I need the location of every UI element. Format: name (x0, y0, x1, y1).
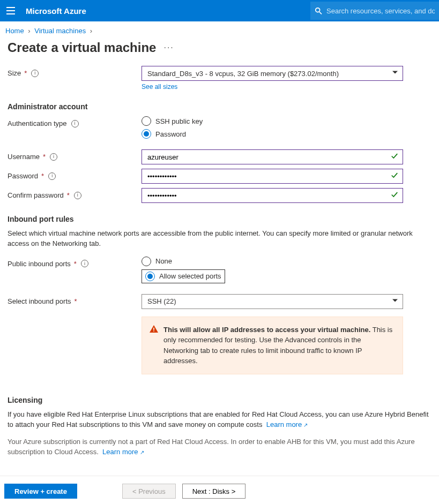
info-icon[interactable]: i (50, 153, 57, 161)
required-indicator: * (43, 153, 46, 161)
info-icon[interactable]: i (71, 120, 79, 127)
licensing-para1: If you have eligible Red Hat Enterprise … (8, 410, 431, 430)
breadcrumb-home[interactable]: Home (5, 27, 24, 35)
svg-rect-1 (6, 10, 15, 11)
size-label: Size (8, 69, 21, 77)
confirm-password-field-wrapper (142, 188, 403, 203)
page-more-button[interactable]: ··· (163, 43, 174, 52)
auth-type-ssh-radio[interactable]: SSH public key (142, 116, 403, 126)
auth-type-password-label: Password (155, 130, 186, 138)
breadcrumb-virtual-machines[interactable]: Virtual machines (34, 27, 86, 35)
inbound-ports-allow-label: Allow selected ports (159, 272, 221, 280)
search-input[interactable] (326, 7, 435, 15)
info-icon[interactable]: i (31, 70, 39, 77)
inbound-ports-allow-radio[interactable]: Allow selected ports (142, 269, 225, 283)
hamburger-menu-button[interactable] (0, 0, 21, 21)
svg-rect-2 (6, 13, 15, 14)
info-icon[interactable]: i (48, 172, 56, 180)
username-input[interactable] (147, 150, 386, 164)
hamburger-icon (6, 7, 15, 14)
radio-icon (142, 116, 151, 126)
required-indicator: * (41, 172, 44, 180)
required-indicator: * (24, 69, 27, 77)
password-field-wrapper (142, 169, 403, 184)
chevron-right-icon: › (28, 27, 30, 35)
radio-icon (142, 129, 151, 139)
confirm-password-input[interactable] (147, 189, 386, 202)
vm-size-value: Standard_D8s_v3 - 8 vcpus, 32 GiB memory… (147, 70, 339, 78)
required-indicator: * (75, 297, 77, 305)
warning-icon (150, 325, 158, 336)
username-label: Username (8, 153, 40, 161)
public-inbound-ports-label: Public inbound ports (8, 260, 71, 268)
success-check-icon (391, 153, 398, 162)
username-field-wrapper (142, 149, 403, 164)
svg-rect-0 (6, 7, 15, 8)
chevron-down-icon (392, 297, 398, 305)
success-check-icon (391, 172, 398, 181)
auth-type-password-radio[interactable]: Password (142, 129, 403, 139)
review-create-button[interactable]: Review + create (4, 484, 77, 499)
inbound-ports-value: SSH (22) (147, 297, 176, 305)
global-search[interactable] (310, 2, 439, 20)
top-nav-bar: Microsoft Azure (0, 0, 439, 21)
previous-button: < Previous (122, 484, 176, 499)
auth-type-label: Authentication type (8, 119, 67, 127)
inbound-ports-none-radio[interactable]: None (142, 257, 403, 266)
licensing-learn-more-link-1[interactable]: Learn more↗ (266, 420, 308, 428)
vm-size-select[interactable]: Standard_D8s_v3 - 8 vcpus, 32 GiB memory… (142, 66, 403, 81)
breadcrumb: Home › Virtual machines › (0, 21, 439, 40)
radio-icon (142, 257, 151, 266)
next-button[interactable]: Next : Disks > (182, 484, 246, 499)
external-link-icon: ↗ (303, 422, 308, 430)
admin-account-heading: Administrator account (8, 102, 431, 111)
inbound-ports-none-label: None (155, 257, 172, 265)
licensing-para2: Your Azure subscription is currently not… (8, 437, 431, 457)
brand-label: Microsoft Azure (26, 6, 86, 16)
inbound-ports-warning: This will allow all IP addresses to acce… (142, 317, 403, 374)
page-title: Create a virtual machine (8, 40, 156, 55)
chevron-right-icon: › (90, 27, 92, 35)
external-link-icon: ↗ (140, 449, 144, 457)
success-check-icon (391, 191, 398, 200)
chevron-down-icon (392, 70, 398, 78)
info-icon[interactable]: i (74, 192, 81, 199)
required-indicator: * (74, 260, 77, 268)
see-all-sizes-link[interactable]: See all sizes (142, 83, 177, 91)
search-icon (315, 7, 322, 14)
warning-bold-text: This will allow all IP addresses to acce… (163, 326, 370, 334)
inbound-ports-select[interactable]: SSH (22) (142, 294, 403, 309)
password-label: Password (8, 172, 38, 180)
licensing-learn-more-link-2[interactable]: Learn more↗ (102, 448, 144, 456)
password-input[interactable] (147, 169, 386, 183)
radio-icon (145, 272, 155, 281)
auth-type-ssh-label: SSH public key (155, 117, 203, 125)
licensing-heading: Licensing (8, 396, 431, 404)
inbound-rules-description: Select which virtual machine network por… (8, 229, 431, 249)
info-icon[interactable]: i (81, 260, 88, 267)
select-inbound-ports-label: Select inbound ports (8, 297, 71, 305)
inbound-rules-heading: Inbound port rules (8, 215, 431, 223)
wizard-footer: Review + create < Previous Next : Disks … (0, 476, 439, 504)
required-indicator: * (67, 191, 70, 199)
confirm-password-label: Confirm password (8, 191, 64, 199)
